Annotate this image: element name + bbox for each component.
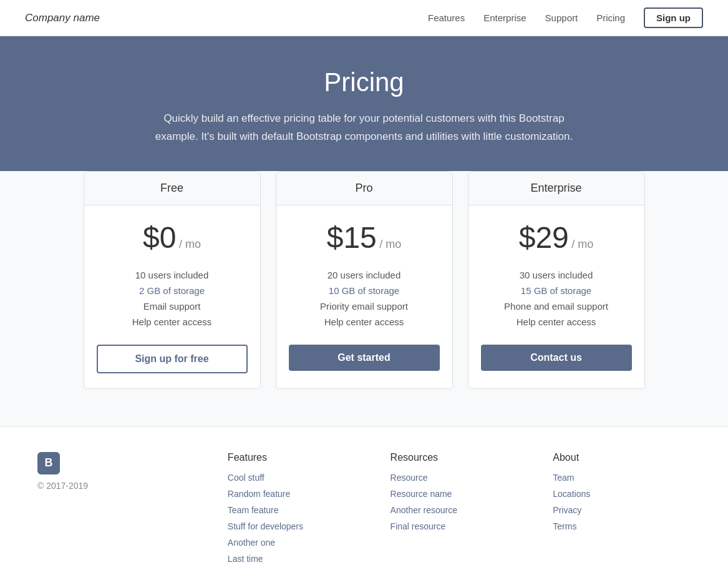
pricing-card-pro: Pro $15 / mo 20 users included 10 GB of … [276,171,453,389]
nav-link-features[interactable]: Features [428,12,465,23]
price-period-enterprise: / mo [571,238,593,250]
feature-free-2: Email support [97,298,248,314]
footer-logo: B [37,452,60,474]
price-free: $0 / mo [97,220,248,255]
signup-button[interactable]: Sign up [644,7,703,28]
card-header-enterprise: Enterprise [468,172,644,205]
footer-links-resources: Resource Resource name Another resource … [391,472,528,532]
pricing-card-free: Free $0 / mo 10 users included 2 GB of s… [84,171,261,389]
footer-col-resources: Resources Resource Resource name Another… [391,452,528,569]
footer-link-another-resource[interactable]: Another resource [391,505,457,515]
navbar-links: Features Enterprise Support Pricing Sign… [428,7,703,28]
feature-pro-3: Help center access [289,314,440,330]
features-list-enterprise: 30 users included 15 GB of storage Phone… [481,267,632,330]
list-item: Locations [553,488,691,499]
price-period-pro: / mo [379,238,401,250]
card-title-free: Free [160,182,183,194]
feature-enterprise-3: Help center access [481,314,632,330]
footer-link-terms[interactable]: Terms [553,521,576,531]
list-item: Resource name [391,488,528,499]
nav-link-pricing[interactable]: Pricing [596,12,625,23]
price-amount-free: $0 [143,221,176,254]
pricing-card-enterprise: Enterprise $29 / mo 30 users included 15… [468,171,645,389]
nav-link-support[interactable]: Support [545,12,578,23]
list-item: Another one [228,537,366,548]
feature-enterprise-2: Phone and email support [481,298,632,314]
price-enterprise: $29 / mo [481,220,632,255]
cta-pro-button[interactable]: Get started [289,345,440,371]
navbar: Company name Features Enterprise Support… [0,0,728,36]
card-body-pro: $15 / mo 20 users included 10 GB of stor… [276,205,452,386]
price-amount-enterprise: $29 [519,221,569,254]
card-body-free: $0 / mo 10 users included 2 GB of storag… [84,205,260,388]
list-item: Cool stuff [228,472,366,483]
feature-enterprise-1: 15 GB of storage [481,283,632,298]
card-body-enterprise: $29 / mo 30 users included 15 GB of stor… [468,205,644,386]
list-item: Team [553,472,691,483]
nav-link-enterprise[interactable]: Enterprise [483,12,526,23]
footer-copyright: © 2017-2019 [37,481,203,491]
list-item: Resource [391,472,528,483]
feature-pro-1: 10 GB of storage [289,283,440,298]
pricing-cards: Free $0 / mo 10 users included 2 GB of s… [84,171,645,389]
list-item: Stuff for developers [228,521,366,532]
footer-link-stuff-devs[interactable]: Stuff for developers [228,521,303,531]
footer-link-privacy[interactable]: Privacy [553,505,581,515]
footer-col-features-title: Features [228,452,366,463]
footer-link-last-time[interactable]: Last time [228,554,263,564]
footer-links-about: Team Locations Privacy Terms [553,472,691,532]
footer-col-resources-title: Resources [391,452,528,463]
card-header-free: Free [84,172,260,205]
list-item: Random feature [228,488,366,499]
footer-link-cool-stuff[interactable]: Cool stuff [228,473,265,483]
footer-col-features: Features Cool stuff Random feature Team … [228,452,366,569]
footer-link-another-one[interactable]: Another one [228,538,275,548]
list-item: Privacy [553,504,691,516]
card-title-pro: Pro [355,182,372,194]
price-period-free: / mo [179,238,201,250]
cta-free-button[interactable]: Sign up for free [97,345,248,373]
footer-col-about-title: About [553,452,691,463]
footer-link-team-feature[interactable]: Team feature [228,505,279,515]
feature-pro-2: Priority email support [289,298,440,314]
feature-free-1: 2 GB of storage [97,283,248,298]
footer-link-locations[interactable]: Locations [553,489,590,499]
footer-link-resource[interactable]: Resource [391,473,428,483]
footer-link-final-resource[interactable]: Final resource [391,521,446,531]
price-amount-pro: $15 [327,221,377,254]
card-title-enterprise: Enterprise [530,182,581,194]
feature-free-3: Help center access [97,314,248,330]
features-list-pro: 20 users included 10 GB of storage Prior… [289,267,440,330]
footer-inner: B © 2017-2019 Features Cool stuff Random… [37,452,691,569]
feature-enterprise-0: 30 users included [481,267,632,283]
footer-link-team[interactable]: Team [553,473,574,483]
footer-links-features: Cool stuff Random feature Team feature S… [228,472,366,564]
pricing-section: Free $0 / mo 10 users included 2 GB of s… [0,171,728,426]
footer-col-about: About Team Locations Privacy Terms [553,452,691,569]
list-item: Final resource [391,521,528,532]
navbar-brand: Company name [25,12,100,24]
list-item: Another resource [391,504,528,516]
footer-brand: B © 2017-2019 [37,452,203,569]
card-header-pro: Pro [276,172,452,205]
footer-link-resource-name[interactable]: Resource name [391,489,452,499]
footer: B © 2017-2019 Features Cool stuff Random… [0,426,728,575]
list-item: Terms [553,521,691,532]
price-pro: $15 / mo [289,220,440,255]
feature-pro-0: 20 users included [289,267,440,283]
feature-free-0: 10 users included [97,267,248,283]
footer-link-random-feature[interactable]: Random feature [228,489,290,499]
hero-title: Pricing [12,67,716,97]
features-list-free: 10 users included 2 GB of storage Email … [97,267,248,330]
list-item: Team feature [228,504,366,516]
hero-subtitle: Quickly build an effective pricing table… [152,110,576,146]
list-item: Last time [228,553,366,564]
cta-enterprise-button[interactable]: Contact us [481,345,632,371]
